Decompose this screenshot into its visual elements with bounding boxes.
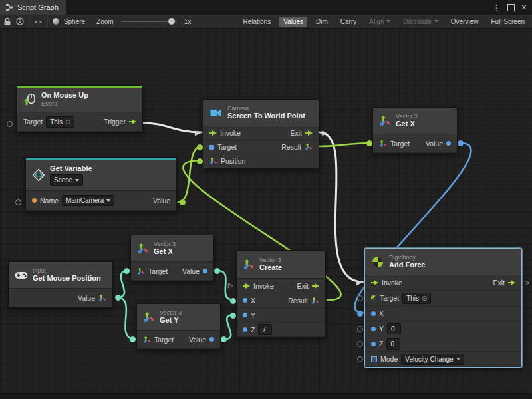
node-title-block: Get Variable Scene <box>50 164 92 186</box>
angle-brackets-icon[interactable] <box>35 18 42 25</box>
target-input-port[interactable] <box>197 144 203 150</box>
port-row: Invoke Exit <box>203 126 319 140</box>
node-on-mouse-up[interactable]: On Mouse Up Event Target This Trigger <box>17 85 143 132</box>
target-input-port[interactable] <box>357 295 363 301</box>
carry-button[interactable]: Carry <box>336 17 360 27</box>
flow-in-arrow-icon[interactable] <box>209 130 217 136</box>
result-port-label: Result <box>288 297 308 305</box>
graph-canvas[interactable]: On Mouse Up Event Target This Trigger <box>0 29 532 399</box>
port-row: Target This Trigger <box>17 112 142 132</box>
node-get-variable[interactable]: Get Variable Scene Name MainCamera Value <box>25 157 177 211</box>
node-header: Vector 3 Get Y <box>137 304 220 331</box>
z-input-port[interactable] <box>357 341 363 347</box>
flow-in-arrow-icon[interactable] <box>371 279 378 286</box>
zoom-slider[interactable] <box>121 21 177 22</box>
y-value-input[interactable]: 0 <box>387 323 401 334</box>
target-input-port[interactable] <box>130 336 136 342</box>
values-button[interactable]: Values <box>279 17 307 27</box>
flow-in-arrow-icon[interactable] <box>243 283 250 289</box>
zoom-slider-handle[interactable] <box>168 18 175 25</box>
float-port-icon <box>371 342 376 346</box>
variable-name-dropdown[interactable]: MainCamera <box>62 195 114 206</box>
target-port-label: Target <box>23 118 43 126</box>
value-output-port[interactable] <box>214 268 220 274</box>
value-output-port[interactable] <box>221 336 227 342</box>
vector3-icon <box>143 336 151 344</box>
self-target-icon <box>422 294 427 303</box>
mode-input-port[interactable] <box>357 356 363 362</box>
position-input-port[interactable] <box>197 158 203 164</box>
y-input-port[interactable] <box>357 326 363 332</box>
distribute-button[interactable]: Distribute <box>399 17 442 27</box>
variable-name-value: MainCamera <box>66 196 104 205</box>
dim-label: Dim <box>316 18 328 25</box>
node-category: Vector 3 <box>396 113 418 120</box>
node-subtitle: Event <box>41 100 88 108</box>
exit-port-label: Exit <box>493 279 505 287</box>
node-get-x-mouse[interactable]: Vector 3 Get X Target Value <box>130 235 214 281</box>
z-value-input[interactable]: 0 <box>386 338 400 350</box>
flow-out-arrow-icon[interactable] <box>508 279 515 286</box>
float-port-icon <box>209 337 214 342</box>
node-screen-to-world-point[interactable]: Camera Screen To World Point Invoke Exit… <box>203 99 319 169</box>
target-input-port[interactable] <box>366 140 372 146</box>
force-mode-value: Velocity Change <box>405 355 453 364</box>
relations-button[interactable]: Relations <box>239 17 275 27</box>
self-target-icon <box>65 118 70 126</box>
x-input-port[interactable] <box>357 311 363 317</box>
target-input-port[interactable] <box>124 268 130 274</box>
tab-title: Script Graph <box>17 3 59 11</box>
node-get-mouse-position[interactable]: Input Get Mouse Position Value <box>8 261 113 308</box>
variable-icon <box>32 168 45 182</box>
node-get-y-mouse[interactable]: Vector 3 Get Y Target Value <box>136 303 221 350</box>
tab-script-graph[interactable]: Script Graph <box>0 0 66 15</box>
window-menu-icon[interactable] <box>493 1 501 13</box>
full-screen-button[interactable]: Full Screen <box>487 17 529 27</box>
port-row: Target Value <box>137 331 220 349</box>
overview-button[interactable]: Overview <box>447 17 483 27</box>
variable-scope-dropdown[interactable]: Scene <box>50 174 83 186</box>
flow-out-arrow-icon[interactable] <box>129 118 136 125</box>
flow-out-arrow-icon[interactable] <box>305 130 313 136</box>
z-value-input[interactable]: 7 <box>258 324 272 335</box>
value-output-port[interactable] <box>115 295 121 301</box>
force-mode-dropdown[interactable]: Velocity Change <box>401 354 464 365</box>
align-button[interactable]: Align <box>365 17 394 27</box>
node-create-vector3[interactable]: Vector 3 Create Invoke Exit X Result <box>236 250 326 338</box>
target-self-chip[interactable]: This <box>46 116 74 128</box>
invoke-wire-arrow-icon <box>195 130 200 136</box>
value-output-port[interactable] <box>458 140 464 146</box>
y-input-port[interactable] <box>230 313 236 319</box>
value-port-label: Value <box>189 336 206 344</box>
invoke-input-port[interactable] <box>228 282 233 289</box>
port-row: Invoke Exit <box>237 279 325 293</box>
lock-icon[interactable] <box>3 17 11 26</box>
rigidbody-icon <box>371 255 384 269</box>
info-icon[interactable] <box>16 17 24 25</box>
align-label: Align <box>369 18 384 25</box>
target-port-label: Target <box>154 336 174 344</box>
node-title: Get Mouse Position <box>33 274 101 283</box>
value-output-port[interactable] <box>180 200 186 205</box>
exit-output-port[interactable] <box>525 279 530 286</box>
target-port-label: Target <box>380 294 399 302</box>
target-self-chip[interactable]: This <box>402 293 431 304</box>
target-input-port[interactable] <box>7 121 13 127</box>
maximize-icon[interactable] <box>507 4 515 11</box>
float-port-icon <box>243 327 247 332</box>
horizontal-scrollbar[interactable] <box>0 393 532 399</box>
edited-object-name[interactable]: Sphere <box>64 18 85 25</box>
node-get-x-screen[interactable]: Vector 3 Get X Target Value <box>372 107 458 154</box>
flow-out-arrow-icon[interactable] <box>312 283 319 289</box>
rigidbody-port-icon <box>371 295 376 301</box>
name-input-port[interactable] <box>15 200 21 205</box>
close-icon[interactable] <box>521 1 527 13</box>
wire-mouse-to-gety <box>117 297 135 339</box>
node-add-force[interactable]: Rigidbody Add Force Invoke Exit Target T… <box>364 248 522 368</box>
float-port-icon <box>371 327 376 331</box>
float-port-icon <box>446 141 451 146</box>
x-input-port[interactable] <box>230 298 236 304</box>
float-port-icon <box>243 313 247 317</box>
dim-button[interactable]: Dim <box>312 17 332 27</box>
node-title: Create <box>259 263 282 272</box>
